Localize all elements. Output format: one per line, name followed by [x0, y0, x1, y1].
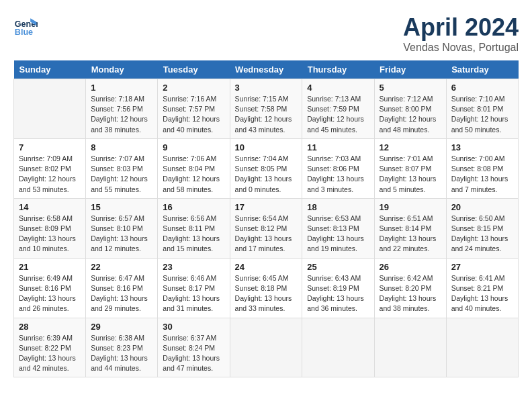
- calendar-cell: 16Sunrise: 6:56 AMSunset: 8:11 PMDayligh…: [158, 198, 230, 258]
- calendar-cell: 18Sunrise: 6:53 AMSunset: 8:13 PMDayligh…: [302, 198, 374, 258]
- day-info: Sunrise: 7:15 AMSunset: 7:58 PMDaylight:…: [235, 94, 298, 135]
- day-info: Sunrise: 7:12 AMSunset: 8:00 PMDaylight:…: [380, 94, 441, 135]
- day-info: Sunrise: 7:00 AMSunset: 8:08 PMDaylight:…: [451, 154, 513, 195]
- day-number: 14: [19, 202, 81, 212]
- calendar-cell: 3Sunrise: 7:15 AMSunset: 7:58 PMDaylight…: [230, 79, 302, 139]
- calendar-cell: 27Sunrise: 6:41 AMSunset: 8:21 PMDayligh…: [446, 258, 518, 318]
- calendar-cell: 20Sunrise: 6:50 AMSunset: 8:15 PMDayligh…: [446, 198, 518, 258]
- svg-text:Blue: Blue: [15, 28, 33, 37]
- day-number: 27: [451, 262, 513, 272]
- calendar-cell: 8Sunrise: 7:07 AMSunset: 8:03 PMDaylight…: [86, 138, 158, 198]
- page-header: General Blue April 2024 Vendas Novas, Po…: [13, 13, 519, 54]
- day-info: Sunrise: 7:06 AMSunset: 8:04 PMDaylight:…: [163, 154, 224, 195]
- header-sunday: Sunday: [14, 60, 86, 79]
- calendar-cell: 1Sunrise: 7:18 AMSunset: 7:56 PMDaylight…: [86, 79, 158, 139]
- calendar-cell: 29Sunrise: 6:38 AMSunset: 8:23 PMDayligh…: [86, 318, 158, 377]
- calendar-cell: 24Sunrise: 6:45 AMSunset: 8:18 PMDayligh…: [230, 258, 302, 318]
- day-info: Sunrise: 7:18 AMSunset: 7:56 PMDaylight:…: [91, 94, 152, 135]
- calendar-cell: 6Sunrise: 7:10 AMSunset: 8:01 PMDaylight…: [446, 79, 518, 139]
- calendar-cell: 5Sunrise: 7:12 AMSunset: 8:00 PMDaylight…: [374, 79, 446, 139]
- day-info: Sunrise: 7:04 AMSunset: 8:05 PMDaylight:…: [235, 154, 298, 195]
- day-info: Sunrise: 7:09 AMSunset: 8:02 PMDaylight:…: [19, 154, 81, 195]
- calendar-cell: [374, 318, 446, 377]
- calendar-cell: 7Sunrise: 7:09 AMSunset: 8:02 PMDaylight…: [14, 138, 86, 198]
- calendar-cell: [14, 79, 86, 139]
- calendar-week-1: 1Sunrise: 7:18 AMSunset: 7:56 PMDaylight…: [14, 79, 519, 139]
- day-info: Sunrise: 6:47 AMSunset: 8:16 PMDaylight:…: [91, 273, 152, 314]
- day-number: 26: [380, 262, 441, 272]
- day-info: Sunrise: 6:42 AMSunset: 8:20 PMDaylight:…: [380, 273, 441, 314]
- calendar-cell: [230, 318, 302, 377]
- day-number: 3: [235, 83, 298, 93]
- title-area: April 2024 Vendas Novas, Portugal: [403, 13, 519, 54]
- day-info: Sunrise: 6:41 AMSunset: 8:21 PMDaylight:…: [451, 273, 513, 314]
- calendar-cell: [302, 318, 374, 377]
- calendar-week-4: 21Sunrise: 6:49 AMSunset: 8:16 PMDayligh…: [14, 258, 519, 318]
- day-number: 30: [163, 322, 224, 332]
- calendar-cell: 26Sunrise: 6:42 AMSunset: 8:20 PMDayligh…: [374, 258, 446, 318]
- calendar-table: SundayMondayTuesdayWednesdayThursdayFrid…: [13, 60, 519, 377]
- day-number: 24: [235, 262, 298, 272]
- day-info: Sunrise: 7:16 AMSunset: 7:57 PMDaylight:…: [163, 94, 224, 135]
- calendar-cell: 22Sunrise: 6:47 AMSunset: 8:16 PMDayligh…: [86, 258, 158, 318]
- calendar-cell: 21Sunrise: 6:49 AMSunset: 8:16 PMDayligh…: [14, 258, 86, 318]
- header-saturday: Saturday: [446, 60, 518, 79]
- calendar-cell: 2Sunrise: 7:16 AMSunset: 7:57 PMDaylight…: [158, 79, 230, 139]
- header-wednesday: Wednesday: [230, 60, 302, 79]
- calendar-cell: 9Sunrise: 7:06 AMSunset: 8:04 PMDaylight…: [158, 138, 230, 198]
- day-number: 15: [91, 202, 152, 212]
- header-thursday: Thursday: [302, 60, 374, 79]
- day-info: Sunrise: 7:13 AMSunset: 7:59 PMDaylight:…: [307, 94, 369, 135]
- day-info: Sunrise: 7:10 AMSunset: 8:01 PMDaylight:…: [451, 94, 513, 135]
- calendar-cell: 15Sunrise: 6:57 AMSunset: 8:10 PMDayligh…: [86, 198, 158, 258]
- header-monday: Monday: [86, 60, 158, 79]
- day-number: 25: [307, 262, 369, 272]
- day-info: Sunrise: 6:38 AMSunset: 8:23 PMDaylight:…: [91, 333, 152, 374]
- calendar-cell: 12Sunrise: 7:01 AMSunset: 8:07 PMDayligh…: [374, 138, 446, 198]
- calendar-cell: 13Sunrise: 7:00 AMSunset: 8:08 PMDayligh…: [446, 138, 518, 198]
- calendar-cell: 17Sunrise: 6:54 AMSunset: 8:12 PMDayligh…: [230, 198, 302, 258]
- logo-icon: General Blue: [13, 13, 38, 38]
- day-info: Sunrise: 6:57 AMSunset: 8:10 PMDaylight:…: [91, 214, 152, 255]
- calendar-week-5: 28Sunrise: 6:39 AMSunset: 8:22 PMDayligh…: [14, 318, 519, 377]
- calendar-cell: 23Sunrise: 6:46 AMSunset: 8:17 PMDayligh…: [158, 258, 230, 318]
- day-info: Sunrise: 6:56 AMSunset: 8:11 PMDaylight:…: [163, 214, 224, 255]
- day-info: Sunrise: 6:49 AMSunset: 8:16 PMDaylight:…: [19, 273, 81, 314]
- day-info: Sunrise: 7:03 AMSunset: 8:06 PMDaylight:…: [307, 154, 369, 195]
- day-number: 1: [91, 83, 152, 93]
- calendar-header-row: SundayMondayTuesdayWednesdayThursdayFrid…: [14, 60, 519, 79]
- calendar-week-2: 7Sunrise: 7:09 AMSunset: 8:02 PMDaylight…: [14, 138, 519, 198]
- calendar-cell: 19Sunrise: 6:51 AMSunset: 8:14 PMDayligh…: [374, 198, 446, 258]
- day-number: 13: [451, 142, 513, 152]
- day-info: Sunrise: 6:50 AMSunset: 8:15 PMDaylight:…: [451, 214, 513, 255]
- calendar-subtitle: Vendas Novas, Portugal: [403, 42, 519, 54]
- calendar-cell: 30Sunrise: 6:37 AMSunset: 8:24 PMDayligh…: [158, 318, 230, 377]
- day-number: 8: [91, 142, 152, 152]
- calendar-cell: 28Sunrise: 6:39 AMSunset: 8:22 PMDayligh…: [14, 318, 86, 377]
- day-number: 23: [163, 262, 224, 272]
- day-number: 21: [19, 262, 81, 272]
- day-number: 29: [91, 322, 152, 332]
- day-number: 5: [380, 83, 441, 93]
- day-info: Sunrise: 7:07 AMSunset: 8:03 PMDaylight:…: [91, 154, 152, 195]
- day-number: 16: [163, 202, 224, 212]
- day-number: 2: [163, 83, 224, 93]
- day-number: 28: [19, 322, 81, 332]
- day-info: Sunrise: 6:45 AMSunset: 8:18 PMDaylight:…: [235, 273, 298, 314]
- day-number: 22: [91, 262, 152, 272]
- logo: General Blue: [13, 13, 38, 38]
- day-number: 18: [307, 202, 369, 212]
- day-number: 4: [307, 83, 369, 93]
- day-number: 19: [380, 202, 441, 212]
- day-number: 20: [451, 202, 513, 212]
- day-number: 7: [19, 142, 81, 152]
- day-number: 11: [307, 142, 369, 152]
- day-info: Sunrise: 6:53 AMSunset: 8:13 PMDaylight:…: [307, 214, 369, 255]
- calendar-week-3: 14Sunrise: 6:58 AMSunset: 8:09 PMDayligh…: [14, 198, 519, 258]
- calendar-cell: 25Sunrise: 6:43 AMSunset: 8:19 PMDayligh…: [302, 258, 374, 318]
- calendar-cell: 10Sunrise: 7:04 AMSunset: 8:05 PMDayligh…: [230, 138, 302, 198]
- day-info: Sunrise: 7:01 AMSunset: 8:07 PMDaylight:…: [380, 154, 441, 195]
- calendar-cell: 14Sunrise: 6:58 AMSunset: 8:09 PMDayligh…: [14, 198, 86, 258]
- calendar-cell: 4Sunrise: 7:13 AMSunset: 7:59 PMDaylight…: [302, 79, 374, 139]
- day-info: Sunrise: 6:37 AMSunset: 8:24 PMDaylight:…: [163, 333, 224, 374]
